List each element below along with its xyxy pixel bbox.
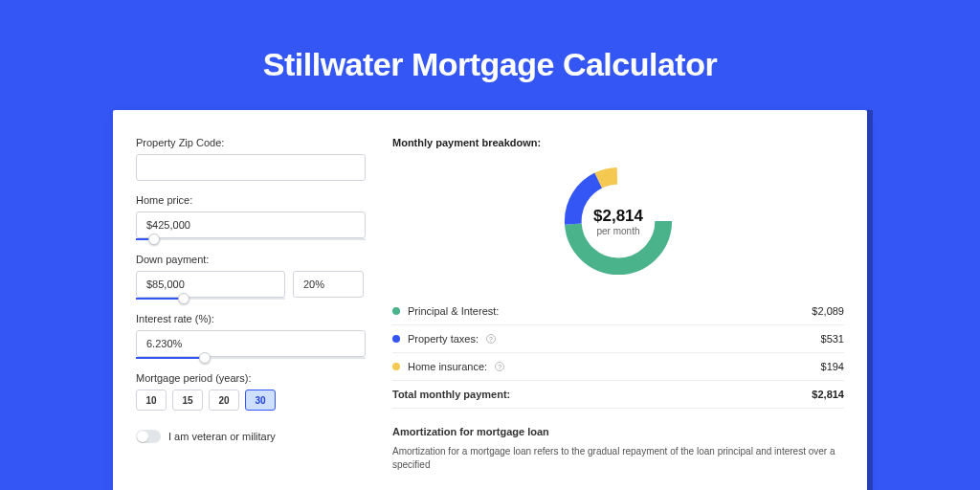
info-icon[interactable]: ? [486, 334, 496, 344]
amortization-title: Amortization for mortgage loan [392, 426, 844, 437]
veteran-toggle[interactable] [136, 430, 161, 443]
amortization-section: Amortization for mortgage loan Amortizat… [392, 426, 844, 472]
breakdown-row: Home insurance:?$194 [392, 353, 844, 380]
info-icon[interactable]: ? [495, 362, 504, 371]
breakdown-total-row: Total monthly payment: $2,814 [392, 380, 844, 409]
home-price-label: Home price: [136, 194, 366, 206]
toggle-knob [137, 431, 148, 442]
interest-field: Interest rate (%): [136, 313, 366, 359]
period-btn-20[interactable]: 20 [209, 390, 239, 411]
breakdown-row: Property taxes:?$531 [392, 325, 844, 353]
breakdown-panel: Monthly payment breakdown: $2,814 per mo… [366, 137, 867, 472]
legend-dot [392, 307, 400, 315]
zip-field: Property Zip Code: [136, 137, 366, 181]
period-btn-15[interactable]: 15 [172, 390, 203, 411]
zip-label: Property Zip Code: [136, 137, 366, 148]
total-label: Total monthly payment: [392, 389, 510, 400]
veteran-label: I am veteran or military [168, 431, 276, 442]
down-payment-label: Down payment: [136, 254, 366, 265]
period-field: Mortgage period (years): 10152030 [136, 372, 366, 411]
interest-label: Interest rate (%): [136, 313, 366, 324]
veteran-row: I am veteran or military [136, 430, 366, 443]
period-label: Mortgage period (years): [136, 372, 366, 384]
breakdown-title: Monthly payment breakdown: [392, 137, 844, 148]
inputs-panel: Property Zip Code: Home price: Down paym… [113, 137, 366, 472]
slider-thumb[interactable] [148, 234, 160, 245]
home-price-input[interactable] [136, 212, 366, 238]
home-price-slider[interactable] [136, 238, 366, 240]
amortization-body: Amortization for a mortgage loan refers … [392, 445, 844, 472]
card-shadow [867, 110, 873, 490]
slider-thumb[interactable] [178, 293, 189, 304]
total-value: $2,814 [812, 389, 844, 400]
down-payment-input[interactable] [136, 271, 285, 298]
donut-chart-wrap: $2,814 per month [392, 162, 844, 280]
breakdown-value: $2,089 [812, 305, 844, 317]
breakdown-row: Principal & Interest:$2,089 [392, 298, 844, 325]
donut-sub: per month [596, 226, 639, 236]
down-payment-slider[interactable] [136, 298, 285, 300]
down-payment-pct-input[interactable] [293, 271, 364, 298]
interest-input[interactable] [136, 330, 366, 357]
donut-amount: $2,814 [593, 207, 643, 226]
zip-input[interactable] [136, 154, 366, 181]
page-title: Stillwater Mortgage Calculator [263, 46, 717, 83]
legend-dot [392, 363, 400, 370]
calculator-card: Property Zip Code: Home price: Down paym… [113, 110, 867, 490]
breakdown-label: Principal & Interest: [408, 305, 499, 317]
down-payment-field: Down payment: [136, 254, 366, 300]
breakdown-label: Home insurance: [408, 361, 487, 372]
legend-dot [392, 335, 400, 343]
breakdown-label: Property taxes: [408, 333, 479, 345]
period-btn-30[interactable]: 30 [245, 390, 276, 411]
interest-slider[interactable] [136, 357, 366, 359]
period-btn-10[interactable]: 10 [136, 390, 167, 411]
home-price-field: Home price: [136, 194, 366, 240]
breakdown-value: $531 [821, 333, 844, 345]
slider-thumb[interactable] [199, 352, 211, 364]
breakdown-value: $194 [821, 361, 844, 372]
donut-chart: $2,814 per month [559, 162, 678, 280]
